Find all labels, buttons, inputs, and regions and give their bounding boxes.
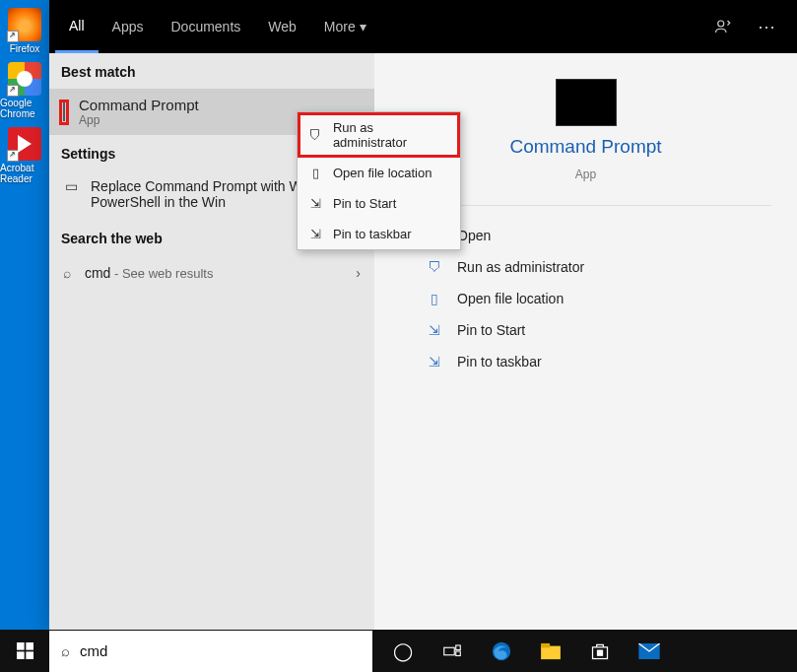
section-best-match: Best match [49,53,374,89]
action-run-as-admin[interactable]: ⛉Run as administrator [426,259,771,275]
svg-rect-13 [600,650,602,652]
chevron-down-icon: ▾ [360,19,366,34]
action-open-file-location[interactable]: ▯Open file location [426,291,771,306]
desktop-icon-label: Acrobat Reader [0,163,49,184]
ctx-label: Open file location [333,166,432,180]
svg-rect-1 [17,642,25,650]
taskbar-search[interactable]: ⌕ [49,631,372,672]
acrobat-icon [8,127,41,161]
pin-icon: ⇲ [307,227,323,241]
pin-icon: ⇲ [426,354,443,370]
tab-documents[interactable]: Documents [157,0,254,53]
start-right-pane: ⋯ Command Prompt App ◻Open ⛉Run as admin… [374,0,797,630]
search-icon: ⌕ [63,265,71,281]
search-filter-tabs: All Apps Documents Web More ▾ [49,0,374,53]
ctx-pin-start[interactable]: ⇲Pin to Start [298,188,460,219]
admin-icon: ⛉ [426,259,443,275]
svg-rect-3 [17,651,25,659]
svg-rect-5 [444,647,455,655]
admin-icon: ⛉ [307,128,323,143]
cortana-icon[interactable]: ◯ [382,630,424,672]
desktop-icon-acrobat[interactable]: Acrobat Reader [0,127,49,184]
highlight-box [59,100,69,125]
svg-rect-7 [456,651,461,656]
firefox-icon [8,8,41,41]
svg-point-0 [718,21,724,27]
desktop-icon-chrome[interactable]: Google Chrome [0,62,49,119]
action-pin-taskbar[interactable]: ⇲Pin to taskbar [426,354,771,370]
ctx-label: Pin to taskbar [333,227,412,241]
action-open[interactable]: ◻Open [426,228,771,243]
taskbar: ⌕ ◯ [0,630,797,672]
start-left-pane: All Apps Documents Web More ▾ Best match… [49,0,374,630]
feedback-icon[interactable] [706,12,740,41]
svg-rect-15 [600,653,602,655]
edge-icon[interactable] [481,630,522,672]
store-icon[interactable] [579,630,621,672]
action-label: Pin to taskbar [457,354,542,370]
folder-icon: ▯ [426,291,443,306]
cmd-thumb-icon [63,102,65,121]
mail-icon[interactable] [629,630,670,672]
desktop-icon-firefox[interactable]: Firefox [0,8,49,54]
tab-more[interactable]: More ▾ [310,0,380,53]
file-explorer-icon[interactable] [530,630,571,672]
desktop: Firefox Google Chrome Acrobat Reader [0,0,49,630]
svg-rect-2 [26,642,33,650]
detail-subtitle: App [575,168,596,181]
tab-web[interactable]: Web [254,0,310,53]
svg-rect-6 [456,645,461,650]
taskbar-pinned: ◯ [372,630,797,672]
folder-icon: ▯ [307,166,323,180]
tab-all[interactable]: All [55,0,99,53]
pin-icon: ⇲ [307,196,323,211]
svg-rect-9 [541,645,561,659]
svg-rect-12 [598,650,600,652]
svg-rect-4 [26,651,33,659]
desktop-icon-label: Firefox [10,43,40,54]
search-input[interactable] [80,642,336,659]
tab-more-label: More [324,19,356,34]
desktop-icon-label: Google Chrome [0,98,49,119]
ctx-pin-taskbar[interactable]: ⇲Pin to taskbar [298,219,460,249]
task-view-icon[interactable] [432,630,473,672]
ctx-run-as-admin[interactable]: ⛉Run as administrator [298,112,460,158]
right-header: ⋯ [374,0,797,53]
start-button[interactable] [0,630,49,672]
search-icon: ⌕ [61,642,70,659]
action-pin-start[interactable]: ⇲Pin to Start [426,322,771,338]
ctx-open-file-location[interactable]: ▯Open file location [298,158,460,188]
tab-apps[interactable]: Apps [99,0,158,53]
best-match-subtitle: App [79,113,199,127]
action-label: Run as administrator [457,259,584,275]
web-suffix: - See web results [110,266,213,281]
web-term: cmd [85,265,110,281]
settings-rect-icon: ▭ [61,178,81,194]
web-result-item[interactable]: ⌕ cmd - See web results › [49,255,374,291]
chevron-right-icon: › [356,265,361,281]
ctx-label: Run as administrator [333,120,450,150]
svg-rect-14 [598,653,600,655]
detail-title: Command Prompt [509,136,661,158]
chrome-icon [8,62,41,96]
pin-icon: ⇲ [426,322,443,338]
action-label: Pin to Start [457,322,525,338]
svg-rect-10 [541,642,550,647]
action-label: Open [457,228,491,243]
ctx-label: Pin to Start [333,196,396,211]
cmd-large-icon [556,79,617,126]
more-icon[interactable]: ⋯ [750,10,783,43]
start-menu: All Apps Documents Web More ▾ Best match… [49,0,797,630]
context-menu: ⛉Run as administrator ▯Open file locatio… [297,111,461,250]
action-label: Open file location [457,291,564,306]
best-match-title: Command Prompt [79,97,199,113]
